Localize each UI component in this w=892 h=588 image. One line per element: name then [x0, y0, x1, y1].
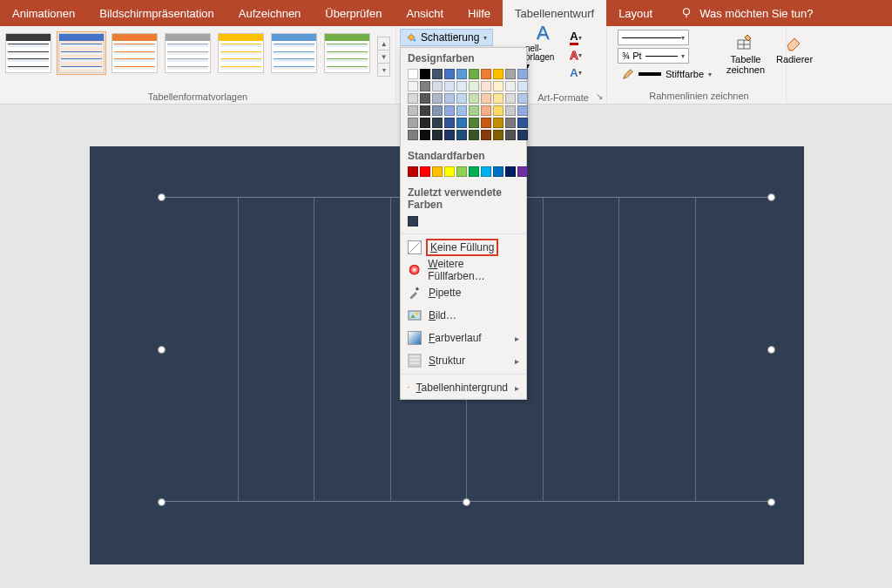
color-swatch[interactable] [481, 105, 491, 116]
color-swatch[interactable] [456, 105, 467, 116]
tab-bildschirmpraesentation[interactable]: Bildschirmpräsentation [87, 0, 226, 26]
color-swatch[interactable] [469, 118, 479, 128]
color-swatch[interactable] [481, 81, 491, 91]
color-swatch[interactable] [517, 81, 528, 91]
text-fill-button[interactable]: A▾ [565, 30, 586, 45]
color-swatch[interactable] [444, 130, 455, 140]
wordart-quick-styles[interactable]: A nell-orlagen ▾ [525, 30, 560, 63]
color-swatch[interactable] [444, 118, 455, 128]
color-swatch[interactable] [408, 105, 418, 116]
dd-gradient[interactable]: Farbverlauf▸ [401, 327, 526, 349]
color-swatch[interactable] [517, 130, 528, 140]
tab-aufzeichnen[interactable]: Aufzeichnen [226, 0, 314, 26]
selection-handle[interactable] [158, 346, 166, 354]
color-swatch[interactable] [481, 69, 491, 79]
color-swatch[interactable] [456, 130, 467, 140]
gallery-scroll-btn[interactable]: ▼ [378, 51, 389, 64]
color-swatch[interactable] [408, 130, 418, 140]
color-swatch[interactable] [505, 81, 516, 91]
color-swatch[interactable] [469, 81, 479, 91]
gallery-scroll-btn[interactable]: ▲ [378, 37, 389, 51]
dd-picture[interactable]: Bild… [401, 304, 526, 327]
color-swatch[interactable] [444, 69, 455, 79]
color-swatch[interactable] [408, 166, 418, 177]
color-swatch[interactable] [505, 118, 516, 128]
color-swatch[interactable] [493, 105, 503, 116]
color-swatch[interactable] [420, 130, 430, 140]
color-swatch[interactable] [420, 93, 430, 104]
color-swatch[interactable] [420, 166, 430, 177]
shading-dropdown-button[interactable]: Schattierung ▾ [400, 29, 493, 46]
color-swatch[interactable] [517, 166, 528, 177]
table-style-thumb[interactable] [324, 33, 370, 73]
color-swatch[interactable] [469, 93, 479, 104]
color-swatch[interactable] [505, 93, 516, 104]
text-outline-button[interactable]: A▾ [565, 47, 586, 63]
color-swatch[interactable] [432, 166, 443, 177]
color-swatch[interactable] [420, 69, 430, 79]
color-swatch[interactable] [456, 118, 467, 128]
gallery-scroll-buttons[interactable]: ▲▼▾ [377, 37, 390, 77]
tab-ueberpruefen[interactable]: Überprüfen [313, 0, 394, 26]
color-swatch[interactable] [432, 93, 443, 104]
color-swatch[interactable] [444, 166, 455, 177]
color-swatch[interactable] [493, 81, 503, 91]
color-swatch[interactable] [432, 81, 443, 91]
color-swatch[interactable] [517, 105, 528, 116]
pen-style-combo[interactable]: ▾ [618, 30, 689, 45]
color-swatch[interactable] [505, 166, 516, 177]
color-swatch[interactable] [517, 118, 528, 128]
selection-handle[interactable] [767, 193, 775, 201]
color-swatch[interactable] [469, 69, 479, 79]
color-swatch[interactable] [408, 118, 418, 128]
text-effects-button[interactable]: A▾ [565, 64, 586, 80]
color-swatch[interactable] [481, 130, 491, 140]
table-style-thumb[interactable] [165, 33, 211, 73]
selection-handle[interactable] [767, 498, 775, 506]
color-swatch[interactable] [493, 118, 503, 128]
color-swatch[interactable] [493, 130, 503, 140]
color-swatch[interactable] [420, 118, 430, 128]
color-swatch[interactable] [420, 81, 430, 91]
dd-no-fill[interactable]: Keine Füllung [401, 236, 526, 259]
table-style-thumb[interactable] [58, 33, 105, 73]
color-swatch[interactable] [517, 69, 528, 79]
table-style-thumb[interactable] [112, 33, 158, 73]
color-swatch[interactable] [517, 93, 528, 104]
color-swatch[interactable] [444, 105, 455, 116]
color-swatch[interactable] [408, 69, 418, 79]
selection-handle[interactable] [158, 193, 166, 201]
selection-handle[interactable] [767, 346, 775, 354]
color-swatch[interactable] [505, 105, 516, 116]
color-swatch[interactable] [432, 69, 443, 79]
color-swatch[interactable] [505, 69, 516, 79]
color-swatch[interactable] [493, 166, 503, 177]
color-swatch[interactable] [469, 105, 479, 116]
color-swatch[interactable] [456, 69, 467, 79]
tab-animationen[interactable]: Animationen [0, 0, 87, 26]
eraser-button[interactable]: Radierer [774, 30, 815, 64]
recent-color-swatch[interactable] [408, 216, 418, 226]
color-swatch[interactable] [469, 166, 479, 177]
dd-table-background[interactable]: Tabellenhintergrund▸ [401, 376, 526, 399]
tab-layout[interactable]: Layout [606, 0, 665, 26]
tab-ansicht[interactable]: Ansicht [394, 0, 456, 26]
color-swatch[interactable] [408, 81, 418, 91]
color-swatch[interactable] [505, 130, 516, 140]
selection-handle[interactable] [463, 498, 470, 506]
color-swatch[interactable] [408, 93, 418, 104]
pen-color-button[interactable]: Stiftfarbe▾ [618, 66, 716, 82]
color-swatch[interactable] [481, 166, 491, 177]
color-swatch[interactable] [432, 105, 443, 116]
selection-handle[interactable] [158, 498, 166, 506]
color-swatch[interactable] [493, 93, 503, 104]
color-swatch[interactable] [456, 81, 467, 91]
dd-more-colors[interactable]: Weitere Füllfarben… [401, 259, 526, 281]
color-swatch[interactable] [481, 118, 491, 128]
gallery-scroll-btn[interactable]: ▾ [378, 64, 389, 76]
dd-texture[interactable]: Struktur▸ [401, 349, 526, 372]
color-swatch[interactable] [432, 118, 443, 128]
pen-weight-combo[interactable]: ¾ Pt▾ [618, 48, 689, 64]
draw-table-button[interactable]: Tabelle zeichnen [725, 30, 767, 75]
color-swatch[interactable] [456, 93, 467, 104]
